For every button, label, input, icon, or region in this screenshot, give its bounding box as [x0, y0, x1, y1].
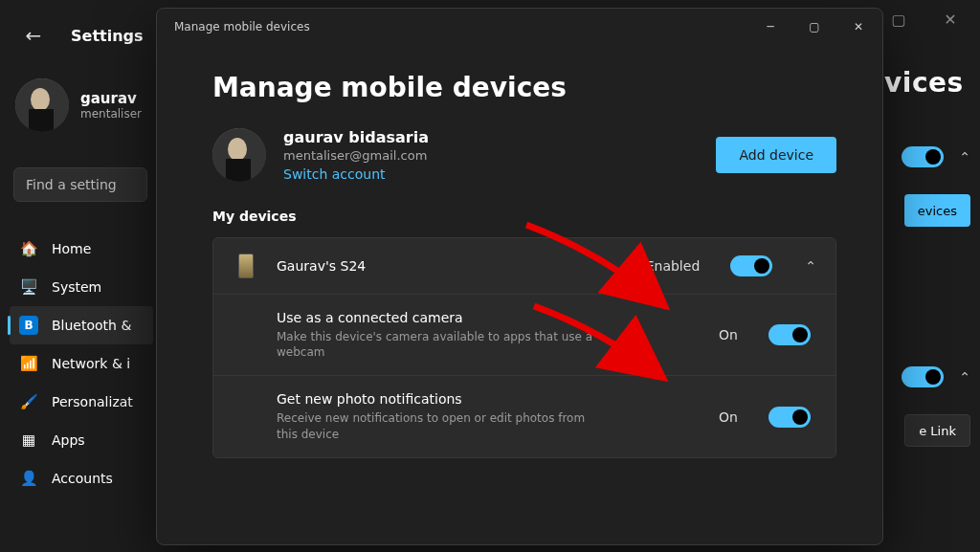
svg-rect-2 — [29, 109, 54, 132]
my-devices-heading: My devices — [212, 209, 836, 224]
bluetooth-icon: B — [19, 316, 38, 335]
search-input[interactable]: Find a setting — [13, 167, 147, 202]
bg-toggle[interactable] — [902, 366, 944, 387]
row-status: On — [719, 327, 738, 342]
photo-notifications-row: Get new photo notifications Receive new … — [213, 376, 835, 456]
search-placeholder: Find a setting — [26, 177, 117, 192]
device-enabled-toggle[interactable] — [730, 255, 772, 276]
manage-devices-window: Manage mobile devices ─ ▢ ✕ Manage mobil… — [156, 8, 883, 545]
bg-link-button[interactable]: e Link — [904, 414, 970, 447]
nav-label: Apps — [52, 432, 85, 448]
account-name: gaurav bidasaria — [283, 128, 429, 146]
nav-bluetooth[interactable]: B Bluetooth & — [10, 306, 153, 344]
svg-point-4 — [228, 138, 247, 161]
photo-notifications-toggle[interactable] — [768, 407, 811, 428]
avatar — [212, 128, 266, 182]
bg-devices-button[interactable]: evices — [904, 194, 970, 227]
home-icon: 🏠 — [19, 239, 38, 258]
device-name: Gaurav's S24 — [277, 258, 629, 274]
row-desc: Receive new notifications to open or edi… — [277, 410, 602, 441]
svg-rect-5 — [226, 159, 251, 182]
connected-camera-toggle[interactable] — [768, 324, 811, 345]
avatar — [15, 78, 69, 132]
nav-apps[interactable]: ▦ Apps — [10, 421, 153, 459]
settings-header: ← Settings — [15, 17, 144, 54]
nav-system[interactable]: 🖥️ System — [10, 268, 153, 306]
nav-label: Network & i — [52, 356, 130, 371]
settings-account-sub: mentaliser — [80, 107, 142, 121]
modal-titlebar-text: Manage mobile devices — [174, 20, 310, 33]
page-title: Manage mobile devices — [212, 72, 836, 103]
nav-accounts[interactable]: 👤 Accounts — [10, 459, 153, 497]
nav-label: Personalizat — [52, 394, 133, 409]
apps-icon: ▦ — [19, 431, 38, 450]
row-status: On — [719, 409, 738, 425]
modal-close-button[interactable]: ✕ — [836, 10, 880, 44]
switch-account-link[interactable]: Switch account — [283, 166, 429, 182]
row-desc: Make this device's camera available to a… — [277, 329, 602, 360]
row-title: Use as a connected camera — [277, 310, 702, 325]
accounts-icon: 👤 — [19, 469, 38, 488]
nav-personalization[interactable]: 🖌️ Personalizat — [10, 383, 153, 421]
personalize-icon: 🖌️ — [19, 392, 38, 411]
nav-label: Bluetooth & — [52, 318, 131, 333]
settings-nav: 🏠 Home 🖥️ System B Bluetooth & 📶 Network… — [10, 230, 153, 497]
svg-point-1 — [31, 88, 50, 111]
connected-camera-row: Use as a connected camera Make this devi… — [213, 295, 835, 376]
bg-close-button[interactable]: ✕ — [928, 4, 972, 34]
nav-home[interactable]: 🏠 Home — [10, 230, 153, 268]
system-icon: 🖥️ — [19, 277, 38, 297]
chevron-up-icon[interactable]: ⌃ — [959, 369, 970, 385]
device-status: Enabled — [646, 258, 701, 274]
modal-minimize-button[interactable]: ─ — [748, 10, 792, 44]
back-arrow-icon[interactable]: ← — [15, 17, 52, 54]
modal-maximize-button[interactable]: ▢ — [792, 10, 836, 44]
modal-body: Manage mobile devices gaurav bidasaria m… — [157, 45, 882, 544]
wifi-icon: 📶 — [19, 354, 38, 373]
device-header-row[interactable]: Gaurav's S24 Enabled ⌃ — [213, 238, 835, 295]
nav-network[interactable]: 📶 Network & i — [10, 344, 153, 383]
account-row: gaurav bidasaria mentaliser@gmail.com Sw… — [212, 128, 836, 182]
device-card: Gaurav's S24 Enabled ⌃ Use as a connecte… — [212, 237, 836, 458]
settings-account-info: gaurav mentaliser — [80, 90, 142, 121]
settings-account[interactable]: gaurav mentaliser — [15, 78, 142, 132]
nav-label: Home — [52, 241, 91, 256]
bg-toggle[interactable] — [902, 146, 944, 167]
nav-label: Accounts — [52, 471, 113, 486]
nav-label: System — [52, 279, 101, 295]
account-info: gaurav bidasaria mentaliser@gmail.com Sw… — [283, 128, 429, 182]
row-title: Get new photo notifications — [277, 391, 702, 407]
settings-account-name: gaurav — [80, 90, 142, 107]
chevron-up-icon[interactable]: ⌃ — [959, 149, 970, 165]
phone-icon — [238, 254, 254, 278]
settings-title: Settings — [71, 27, 144, 45]
chevron-up-icon[interactable]: ⌃ — [805, 258, 816, 274]
account-email: mentaliser@gmail.com — [283, 148, 429, 163]
add-device-button[interactable]: Add device — [716, 137, 836, 173]
modal-titlebar: Manage mobile devices ─ ▢ ✕ — [157, 9, 882, 45]
